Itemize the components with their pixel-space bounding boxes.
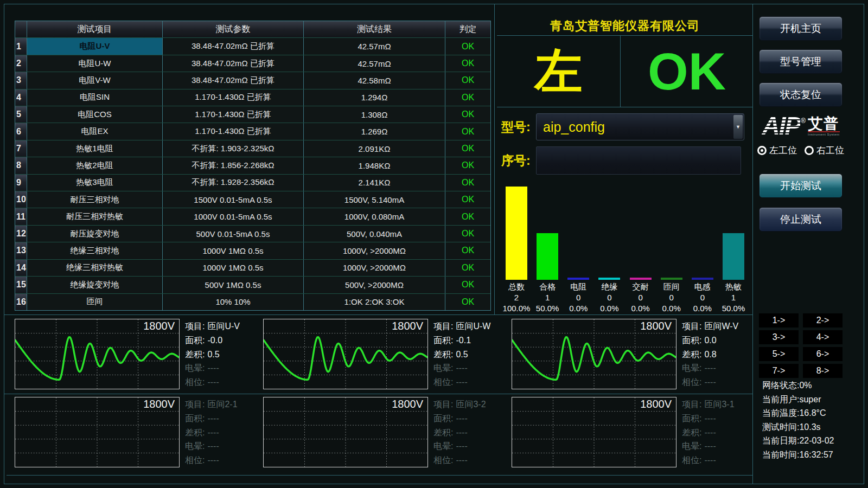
test-item-cell[interactable]: 匝间 <box>27 294 162 310</box>
waveform-info: 项目:匝间U-W 面积:-0.1 差积:0.5 电晕:---- 相位:---- <box>428 319 503 389</box>
test-item-cell[interactable]: 热敏1电阻 <box>27 140 162 157</box>
judge-cell: OK <box>445 106 490 123</box>
test-item-cell[interactable]: 电阻U-V <box>27 38 162 54</box>
model-select[interactable]: aip_config ▼ <box>536 113 744 140</box>
table-row[interactable]: 14 绝缘三相对热敏 1000V 1MΩ 0.5s 1000V, >2000MΩ… <box>15 259 490 276</box>
overall-result: OK <box>621 36 753 107</box>
station-radio[interactable]: 左工位 <box>757 144 797 157</box>
test-param-cell: 500V 1MΩ 0.5s <box>162 277 303 293</box>
bar-percent-label: 0.0% <box>662 303 681 313</box>
test-item-cell[interactable]: 电阻EX <box>27 123 162 139</box>
bar <box>567 278 589 280</box>
bar-category-label: 交耐 <box>633 282 649 292</box>
channel-button[interactable]: 5-> <box>759 347 799 361</box>
bar-column: 合格 1 50.0% <box>533 233 561 313</box>
bar-count-label: 0 <box>576 292 580 303</box>
table-row[interactable]: 12 耐压旋变对地 500V 0.01-5mA 0.5s 500V, 0.040… <box>15 225 490 242</box>
test-result-cell: 1.294Ω <box>303 89 445 106</box>
table-row[interactable]: 3 电阻V-W 38.48-47.02mΩ 已折算 42.58mΩ OK <box>15 72 490 88</box>
wave-area-line: 面积:-0.1 <box>433 333 503 347</box>
dropdown-arrow-icon[interactable]: ▼ <box>733 115 743 139</box>
test-results-table: 测试项目 测试参数 测试结果 判定 1 电阻U-V 38.48-47.02mΩ … <box>15 21 491 311</box>
channel-button[interactable]: 4-> <box>803 330 843 344</box>
aip-logo-subtitle: Instrument System <box>808 131 840 136</box>
test-param-cell: 38.48-47.02mΩ 已折算 <box>162 72 303 88</box>
channel-button[interactable]: 2-> <box>803 313 843 328</box>
table-row[interactable]: 16 匝间 10% 10% 1:OK 2:OK 3:OK OK <box>15 293 490 310</box>
wave-diff-line: 差积:0.5 <box>433 348 503 361</box>
status-line: 当前用户:super <box>762 393 846 407</box>
bar-column: 总数 2 100.0% <box>502 187 531 313</box>
model-value: aip_config <box>537 119 605 135</box>
test-item-cell[interactable]: 电阻V-W <box>27 72 162 88</box>
result-row: 左 OK <box>497 36 753 107</box>
bar-count-label: 0 <box>700 292 705 303</box>
nav-button-2[interactable]: 型号管理 <box>759 49 843 74</box>
bar-count-label: 0 <box>638 292 642 303</box>
table-row[interactable]: 5 电阻COS 1.170-1.430Ω 已折算 1.308Ω OK <box>15 106 490 123</box>
bar-count-label: 1 <box>545 292 550 303</box>
test-item-cell[interactable]: 耐压三相对地 <box>27 191 162 208</box>
wave-phase-line: 相位:---- <box>185 375 254 389</box>
oscilloscope-chart: 1800V <box>512 319 676 389</box>
channel-button[interactable]: 8-> <box>803 364 843 378</box>
test-item-cell[interactable]: 耐压旋变对地 <box>27 226 162 242</box>
nav-button-3[interactable]: 状态复位 <box>759 82 843 107</box>
bar <box>506 187 527 280</box>
table-row[interactable]: 1 电阻U-V 38.48-47.02mΩ 已折算 42.57mΩ OK <box>15 37 490 54</box>
stop-test-button[interactable]: 停止测试 <box>759 207 843 232</box>
table-row[interactable]: 10 耐压三相对地 1500V 0.01-5mA 0.5s 1500V, 5.1… <box>15 191 490 208</box>
wave-area-line: 面积:0.0 <box>682 333 751 347</box>
test-item-cell[interactable]: 热敏3电阻 <box>27 175 162 191</box>
nav-button-1[interactable]: 开机主页 <box>759 16 843 41</box>
radio-icon[interactable] <box>757 146 767 155</box>
sidebar: 开机主页型号管理状态复位 AIP ® 艾普 Instrument System … <box>752 4 864 484</box>
model-label: 型号: <box>497 119 536 136</box>
status-line: 测试时间:10.3s <box>762 420 846 434</box>
test-item-cell[interactable]: 绝缘三相对热敏 <box>27 260 162 276</box>
test-item-cell[interactable]: 电阻COS <box>27 106 162 123</box>
bar-percent-label: 0.0% <box>569 303 588 313</box>
test-item-cell[interactable]: 电阻SIN <box>27 89 162 106</box>
test-result-cell: 1:OK 2:OK 3:OK <box>303 294 445 310</box>
test-item-cell[interactable]: 电阻U-W <box>27 55 162 72</box>
wave-corona-line: 电晕:---- <box>682 439 751 453</box>
registered-mark-icon: ® <box>801 117 806 125</box>
test-item-cell[interactable]: 绝缘旋变对地 <box>27 277 162 293</box>
waveform-info: 项目:匝间3-1 面积:---- 差积:---- 电晕:---- 相位:---- <box>676 397 751 467</box>
serial-input[interactable] <box>536 146 741 175</box>
wave-phase-line: 相位:---- <box>185 453 254 467</box>
table-row[interactable]: 9 热敏3电阻 不折算: 1.928-2.356kΩ 2.141KΩ OK <box>15 174 490 191</box>
table-row[interactable]: 15 绝缘旋变对地 500V 1MΩ 0.5s 500V, >2000MΩ OK <box>15 276 490 293</box>
channel-button[interactable]: 7-> <box>759 364 799 378</box>
channel-button[interactable]: 1-> <box>759 313 799 328</box>
wave-item-line: 项目:匝间3-2 <box>433 397 503 411</box>
table-row[interactable]: 2 电阻U-W 38.48-47.02mΩ 已折算 42.57mΩ OK <box>15 55 490 72</box>
company-title: 青岛艾普智能仪器有限公司 <box>497 16 753 36</box>
judge-cell: OK <box>445 140 490 157</box>
table-row[interactable]: 13 绝缘三相对地 1000V 1MΩ 0.5s 1000V, >2000MΩ … <box>15 242 490 259</box>
table-row[interactable]: 7 热敏1电阻 不折算: 1.903-2.325kΩ 2.091KΩ OK <box>15 140 490 157</box>
waveform-panel: 1800V 项目:匝间U-V 面积:-0.0 差积:0.5 电晕:---- 相位… <box>15 319 254 389</box>
table-row[interactable]: 4 电阻SIN 1.170-1.430Ω 已折算 1.294Ω OK <box>15 89 490 106</box>
test-item-cell[interactable]: 耐压三相对热敏 <box>27 208 162 224</box>
station-radio[interactable]: 右工位 <box>805 144 844 157</box>
table-row[interactable]: 8 热敏2电阻 不折算: 1.856-2.268kΩ 1.948KΩ OK <box>15 157 490 174</box>
test-item-cell[interactable]: 绝缘三相对地 <box>27 242 162 259</box>
row-number: 1 <box>15 38 27 54</box>
row-number: 2 <box>15 55 27 72</box>
test-result-cell: 42.57mΩ <box>303 55 445 72</box>
channel-button[interactable]: 6-> <box>803 347 843 361</box>
start-test-button[interactable]: 开始测试 <box>759 174 843 198</box>
table-row[interactable]: 11 耐压三相对热敏 1000V 0.01-5mA 0.5s 1000V, 0.… <box>15 208 490 224</box>
row-number: 13 <box>15 242 27 259</box>
row-number: 11 <box>15 208 27 224</box>
test-param-cell: 38.48-47.02mΩ 已折算 <box>162 38 303 54</box>
wave-corona-line: 电晕:---- <box>185 439 254 453</box>
row-number: 15 <box>15 277 27 293</box>
bar <box>692 278 713 280</box>
radio-icon[interactable] <box>805 146 814 155</box>
table-row[interactable]: 6 电阻EX 1.170-1.430Ω 已折算 1.269Ω OK <box>15 123 490 139</box>
channel-button[interactable]: 3-> <box>759 330 799 344</box>
test-item-cell[interactable]: 热敏2电阻 <box>27 157 162 174</box>
